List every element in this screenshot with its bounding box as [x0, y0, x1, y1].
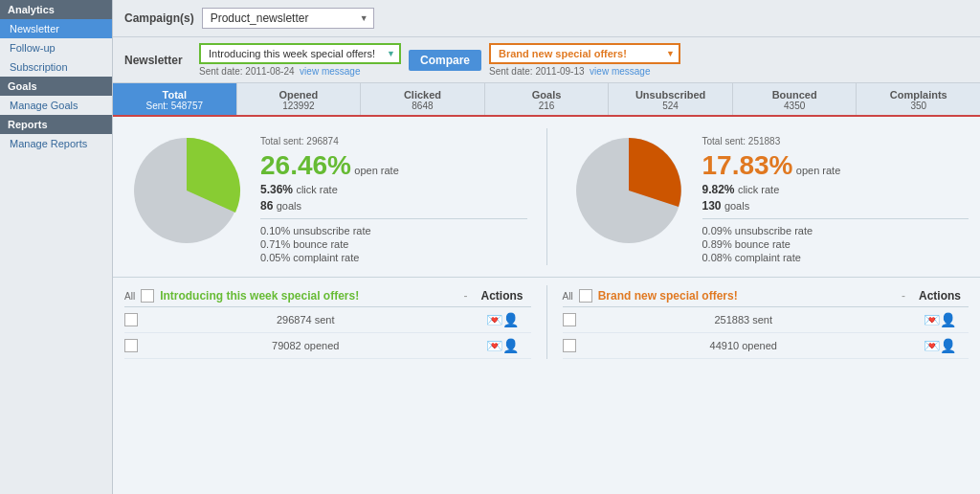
left-chart-block: Total sent: 296874 26.46% open rate 5.36… — [124, 128, 527, 265]
bottom-section: All Introducing this week special offers… — [113, 277, 980, 359]
right-newsletter-select[interactable]: Brand new special offers! — [489, 43, 680, 64]
campaign-label: Campaign(s) — [124, 11, 194, 25]
tab-total-label: Total — [117, 89, 233, 101]
sidebar-item-subscription[interactable]: Subscription — [0, 57, 112, 77]
right-row-2: 44910 opened 💌👤 — [563, 333, 969, 359]
left-all-checkbox[interactable] — [141, 289, 154, 303]
left-bottom-table: All Introducing this week special offers… — [124, 285, 531, 359]
right-newsletter-select-wrapper: Brand new special offers! — [489, 43, 680, 64]
right-pie-chart — [567, 128, 691, 253]
tab-opened-label: Opened — [241, 89, 357, 101]
main-content: Campaign(s) Product_newsletter Newslette… — [113, 0, 980, 494]
right-open-rate-label: open rate — [796, 165, 840, 176]
right-bottom-table: All Brand new special offers! - Actions … — [563, 285, 969, 359]
tab-opened-value: 123992 — [241, 101, 357, 111]
left-row1-text: 296874 sent — [144, 314, 468, 326]
right-total-sent: Total sent: 251883 — [702, 136, 969, 146]
right-click-rate-row: 9.82% click rate — [702, 183, 969, 196]
right-unsubscribe-row: 0.09% unsubscribe rate — [702, 225, 969, 236]
sidebar-goals-header: Goals — [0, 77, 112, 96]
tab-goals-label: Goals — [489, 89, 605, 101]
right-all-checkbox[interactable] — [579, 289, 592, 303]
bottom-divider — [546, 285, 547, 359]
sidebar-item-manage-reports[interactable]: Manage Reports — [0, 134, 112, 153]
tab-bounced-label: Bounced — [737, 89, 853, 101]
left-pie-chart — [124, 128, 249, 253]
left-open-rate: 26.46% — [260, 150, 351, 180]
bottom-tables: All Introducing this week special offers… — [124, 285, 969, 359]
right-actions-header: Actions — [911, 289, 969, 303]
tab-total-value: Sent: 548757 — [117, 101, 233, 111]
tab-bounced-value: 4350 — [737, 101, 853, 111]
sidebar-item-newsletter[interactable]: Newsletter — [0, 19, 112, 38]
right-chart-block: Total sent: 251883 17.83% open rate 9.82… — [567, 128, 969, 265]
newsletter-label: Newsletter — [124, 54, 191, 67]
left-view-message-link[interactable]: view message — [300, 66, 360, 77]
tab-unsubscribed-value: 524 — [612, 101, 728, 111]
left-row1-checkbox[interactable] — [124, 313, 138, 326]
left-bounce-row: 0.71% bounce rate — [260, 238, 527, 250]
left-click-rate-row: 5.36% click rate — [260, 183, 527, 196]
right-stats: Total sent: 251883 17.83% open rate 9.82… — [702, 128, 969, 265]
newsletter-bar: Newsletter Introducing this week special… — [113, 37, 980, 83]
left-row-2: 79082 opened 💌👤 — [124, 333, 531, 359]
right-row2-checkbox[interactable] — [563, 339, 576, 352]
tab-bounced[interactable]: Bounced 4350 — [733, 83, 858, 115]
left-table-title: Introducing this week special offers! — [160, 289, 457, 303]
left-actions-header: Actions — [474, 289, 531, 303]
right-goals-row: 130 goals — [702, 199, 969, 213]
tab-unsubscribed-label: Unsubscribed — [612, 89, 728, 101]
left-row2-checkbox[interactable] — [124, 339, 138, 352]
tab-unsubscribed[interactable]: Unsubscribed 524 — [609, 83, 733, 115]
left-row2-text: 79082 opened — [144, 340, 468, 351]
left-row1-action-icon[interactable]: 💌👤 — [474, 312, 531, 327]
sidebar-reports-header: Reports — [0, 115, 112, 134]
right-row2-text: 44910 opened — [582, 340, 906, 351]
tab-complaints-label: Complaints — [860, 89, 976, 101]
left-all-label: All — [124, 291, 135, 302]
left-row-1: 296874 sent 💌👤 — [124, 307, 531, 333]
right-row1-checkbox[interactable] — [563, 313, 576, 326]
left-goals-row: 86 goals — [260, 199, 527, 213]
right-open-rate: 17.83% — [702, 150, 793, 180]
right-complaint-row: 0.08% complaint rate — [702, 252, 969, 263]
sidebar-item-manage-goals[interactable]: Manage Goals — [0, 96, 112, 115]
left-total-sent: Total sent: 296874 — [260, 136, 527, 146]
tab-complaints[interactable]: Complaints 350 — [857, 83, 980, 115]
sidebar: Analytics Newsletter Follow-up Subscript… — [0, 0, 113, 494]
tab-goals-value: 216 — [489, 101, 605, 111]
campaign-select[interactable]: Product_newsletter — [202, 8, 374, 29]
right-all-label: All — [563, 291, 573, 302]
right-sent-info: Sent date: 2011-09-13 view message — [489, 66, 680, 77]
left-unsubscribe-row: 0.10% unsubscribe rate — [260, 225, 527, 236]
compare-button[interactable]: Compare — [409, 50, 481, 71]
left-complaint-row: 0.05% complaint rate — [260, 252, 527, 263]
left-newsletter-select[interactable]: Introducing this week special offers! — [199, 43, 401, 64]
left-title-dash: - — [464, 289, 468, 303]
tab-goals[interactable]: Goals 216 — [485, 83, 610, 115]
left-table-header: All Introducing this week special offers… — [124, 285, 531, 307]
tab-complaints-value: 350 — [860, 101, 976, 111]
chart-divider — [546, 128, 547, 265]
tab-clicked[interactable]: Clicked 8648 — [361, 83, 485, 115]
sidebar-item-followup[interactable]: Follow-up — [0, 38, 112, 57]
right-bounce-row: 0.89% bounce rate — [702, 238, 969, 250]
right-row-1: 251883 sent 💌👤 — [563, 307, 969, 333]
tabs-bar: Total Sent: 548757 Opened 123992 Clicked… — [113, 83, 980, 117]
tab-opened[interactable]: Opened 123992 — [237, 83, 362, 115]
left-sent-info: Sent date: 2011-08-24 view message — [199, 66, 401, 77]
left-stats: Total sent: 296874 26.46% open rate 5.36… — [260, 128, 527, 265]
right-table-header: All Brand new special offers! - Actions — [563, 285, 969, 307]
tab-total[interactable]: Total Sent: 548757 — [113, 83, 237, 115]
right-row2-action-icon[interactable]: 💌👤 — [911, 338, 969, 353]
content-area: Total sent: 296874 26.46% open rate 5.36… — [113, 117, 980, 277]
left-open-rate-label: open rate — [354, 165, 398, 176]
left-newsletter-select-wrapper: Introducing this week special offers! — [199, 43, 401, 64]
right-view-message-link[interactable]: view message — [590, 66, 650, 77]
tab-clicked-value: 8648 — [365, 101, 480, 111]
left-row2-action-icon[interactable]: 💌👤 — [474, 338, 531, 353]
campaign-select-wrapper: Product_newsletter — [202, 8, 374, 29]
top-bar: Campaign(s) Product_newsletter — [113, 0, 980, 37]
right-title-dash: - — [902, 289, 905, 303]
right-row1-action-icon[interactable]: 💌👤 — [911, 312, 969, 327]
